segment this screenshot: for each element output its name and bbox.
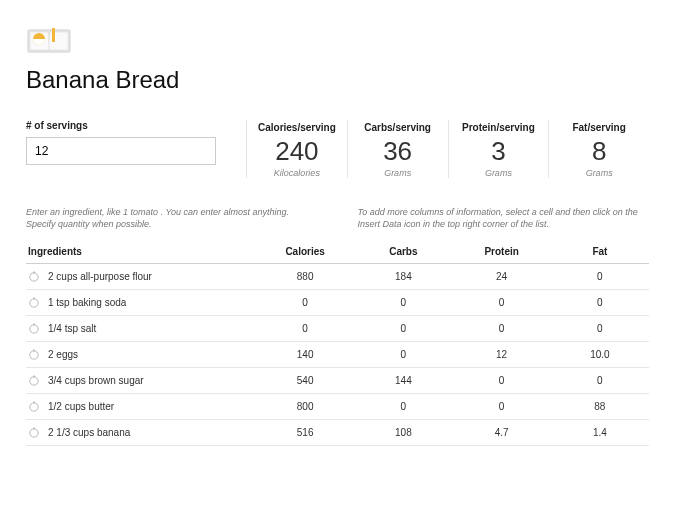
- svg-rect-14: [33, 402, 34, 405]
- cell-carbs[interactable]: 184: [354, 271, 452, 282]
- food-item-icon: [28, 322, 40, 334]
- cell-fat[interactable]: 0: [551, 323, 649, 334]
- cell-ingredient[interactable]: 3/4 cups brown sugar: [26, 374, 256, 386]
- table-row[interactable]: 1 tsp baking soda0000: [26, 290, 649, 316]
- hint-ingredients: Enter an ingredient, like 1 tomato . You…: [26, 206, 318, 230]
- cell-protein[interactable]: 24: [453, 271, 551, 282]
- cell-carbs[interactable]: 0: [354, 401, 452, 412]
- table-row[interactable]: 1/2 cups butter8000088: [26, 394, 649, 420]
- cell-calories[interactable]: 0: [256, 297, 354, 308]
- cell-ingredient[interactable]: 1 tsp baking soda: [26, 296, 256, 308]
- table-row[interactable]: 2 cups all-purpose flour880184240: [26, 264, 649, 290]
- table-row[interactable]: 1/4 tsp salt0000: [26, 316, 649, 342]
- stat-fat: Fat/serving 8 Grams: [548, 120, 649, 178]
- cell-carbs[interactable]: 0: [354, 297, 452, 308]
- cell-fat[interactable]: 0: [551, 297, 649, 308]
- servings-block: # of servings: [26, 120, 246, 178]
- svg-point-9: [30, 351, 38, 359]
- table-row[interactable]: 2 eggs14001210.0: [26, 342, 649, 368]
- cell-ingredient[interactable]: 2 eggs: [26, 348, 256, 360]
- cell-ingredient[interactable]: 2 cups all-purpose flour: [26, 270, 256, 282]
- stat-value: 240: [275, 137, 318, 166]
- food-item-icon: [28, 426, 40, 438]
- stat-protein: Protein/serving 3 Grams: [448, 120, 549, 178]
- cell-carbs[interactable]: 0: [354, 323, 452, 334]
- col-carbs: Carbs: [354, 246, 452, 257]
- ingredient-name: 2 cups all-purpose flour: [48, 271, 152, 282]
- ingredient-name: 2 1/3 cups banana: [48, 427, 130, 438]
- cell-protein[interactable]: 12: [453, 349, 551, 360]
- cell-ingredient[interactable]: 1/2 cups butter: [26, 400, 256, 412]
- cell-protein[interactable]: 4.7: [453, 427, 551, 438]
- stat-title: Protein/serving: [462, 122, 535, 133]
- food-item-icon: [28, 270, 40, 282]
- table-row[interactable]: 2 1/3 cups banana5161084.71.4: [26, 420, 649, 446]
- cell-protein[interactable]: 0: [453, 401, 551, 412]
- cell-carbs[interactable]: 108: [354, 427, 452, 438]
- ingredients-table: Ingredients Calories Carbs Protein Fat 2…: [26, 238, 649, 446]
- svg-rect-4: [33, 272, 34, 275]
- ingredient-name: 3/4 cups brown sugar: [48, 375, 144, 386]
- food-item-icon: [28, 374, 40, 386]
- cell-protein[interactable]: 0: [453, 323, 551, 334]
- stat-title: Calories/serving: [258, 122, 336, 133]
- food-item-icon: [28, 348, 40, 360]
- svg-point-11: [30, 377, 38, 385]
- recipe-book-icon: [26, 22, 72, 56]
- cell-fat[interactable]: 10.0: [551, 349, 649, 360]
- stat-value: 8: [592, 137, 606, 166]
- stat-title: Fat/serving: [572, 122, 625, 133]
- servings-input[interactable]: [26, 137, 216, 165]
- stat-title: Carbs/serving: [364, 122, 431, 133]
- cell-fat[interactable]: 1.4: [551, 427, 649, 438]
- svg-point-5: [30, 299, 38, 307]
- cell-ingredient[interactable]: 2 1/3 cups banana: [26, 426, 256, 438]
- servings-label: # of servings: [26, 120, 226, 131]
- table-header-row: Ingredients Calories Carbs Protein Fat: [26, 238, 649, 264]
- hints-row: Enter an ingredient, like 1 tomato . You…: [26, 206, 649, 230]
- svg-rect-16: [33, 428, 34, 431]
- table-row[interactable]: 3/4 cups brown sugar54014400: [26, 368, 649, 394]
- stat-unit: Grams: [485, 168, 512, 178]
- cell-calories[interactable]: 540: [256, 375, 354, 386]
- col-calories: Calories: [256, 246, 354, 257]
- svg-point-13: [30, 403, 38, 411]
- cell-calories[interactable]: 516: [256, 427, 354, 438]
- cell-ingredient[interactable]: 1/4 tsp salt: [26, 322, 256, 334]
- stat-calories: Calories/serving 240 Kilocalories: [246, 120, 347, 178]
- col-ingredients: Ingredients: [26, 246, 256, 257]
- svg-point-3: [30, 273, 38, 281]
- svg-point-15: [30, 429, 38, 437]
- svg-rect-12: [33, 376, 34, 379]
- stat-value: 3: [491, 137, 505, 166]
- svg-rect-6: [33, 298, 34, 301]
- hint-columns: To add more columns of information, sele…: [358, 206, 650, 230]
- svg-rect-10: [33, 350, 34, 353]
- svg-rect-8: [33, 324, 34, 327]
- cell-protein[interactable]: 0: [453, 297, 551, 308]
- food-item-icon: [28, 296, 40, 308]
- cell-protein[interactable]: 0: [453, 375, 551, 386]
- cell-fat[interactable]: 88: [551, 401, 649, 412]
- stat-value: 36: [383, 137, 412, 166]
- cell-calories[interactable]: 800: [256, 401, 354, 412]
- stat-unit: Kilocalories: [274, 168, 320, 178]
- svg-point-7: [30, 325, 38, 333]
- cell-fat[interactable]: 0: [551, 271, 649, 282]
- stat-unit: Grams: [586, 168, 613, 178]
- stats-row: # of servings Calories/serving 240 Kiloc…: [26, 120, 649, 178]
- cell-calories[interactable]: 0: [256, 323, 354, 334]
- ingredient-name: 1 tsp baking soda: [48, 297, 126, 308]
- col-protein: Protein: [453, 246, 551, 257]
- page-title: Banana Bread: [26, 66, 649, 94]
- col-fat: Fat: [551, 246, 649, 257]
- cell-carbs[interactable]: 144: [354, 375, 452, 386]
- ingredient-name: 2 eggs: [48, 349, 78, 360]
- ingredient-name: 1/4 tsp salt: [48, 323, 96, 334]
- cell-carbs[interactable]: 0: [354, 349, 452, 360]
- svg-rect-1: [52, 28, 55, 42]
- food-item-icon: [28, 400, 40, 412]
- cell-fat[interactable]: 0: [551, 375, 649, 386]
- cell-calories[interactable]: 140: [256, 349, 354, 360]
- cell-calories[interactable]: 880: [256, 271, 354, 282]
